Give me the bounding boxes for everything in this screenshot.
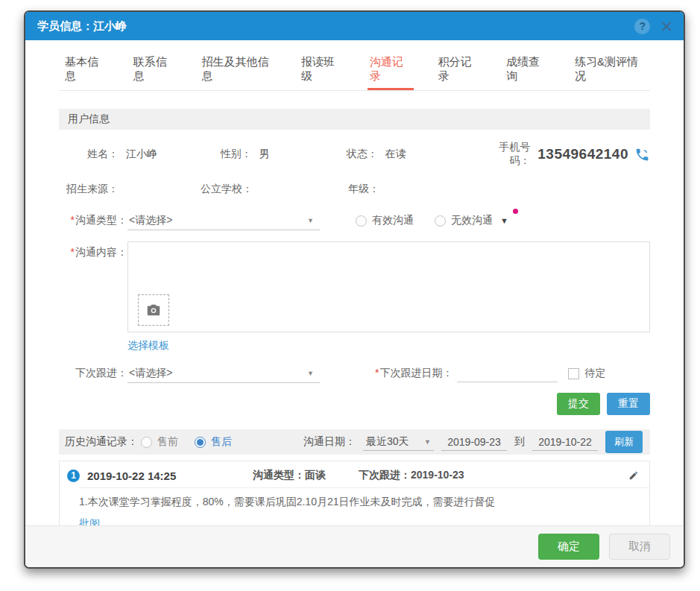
record-content: 1.本次课堂学习掌握程度，80%，需要课后巩固2.10月21日作业未及时完成，需…	[60, 488, 649, 510]
record-index-badge: 1	[67, 470, 80, 482]
followup-row: 下次跟进： <请选择> ▼ *下次跟进日期： 待定	[59, 364, 650, 383]
user-info-section-header: 用户信息	[59, 109, 650, 130]
status-value: 在读	[385, 148, 406, 161]
aftersale-radio-label[interactable]: 售后	[211, 435, 232, 449]
followup-select-value: <请选择>	[129, 367, 172, 380]
choose-template-link[interactable]: 选择模板	[127, 339, 169, 353]
invalid-comm-radio-label[interactable]: 无效沟通	[451, 214, 493, 227]
camera-icon	[145, 302, 162, 318]
record-header: 1 2019-10-22 14:25 沟通类型：面谈 下次跟进：2019-10-…	[60, 461, 649, 487]
phone-value: 13549642140	[537, 146, 628, 162]
presale-radio[interactable]: 售前	[141, 435, 178, 449]
tab-practice-evaluation[interactable]: 练习&测评情况	[573, 55, 646, 90]
record-datetime: 2019-10-22 14:25	[87, 470, 253, 482]
tab-communication-records[interactable]: 沟通记录	[368, 55, 414, 90]
history-record: 1 2019-10-22 14:25 沟通类型：面谈 下次跟进：2019-10-…	[59, 461, 650, 525]
tab-basic-info[interactable]: 基本信息	[63, 55, 109, 90]
tab-grades[interactable]: 成绩查询	[504, 55, 550, 90]
followup-label: 下次跟进：	[59, 367, 127, 380]
date-to-word: 到	[514, 435, 525, 449]
form-actions: 提交 重置	[59, 393, 650, 415]
valid-comm-radio-label[interactable]: 有效沟通	[372, 214, 414, 227]
grade-label: 年级：	[327, 183, 379, 196]
status-label: 状态：	[326, 148, 378, 161]
comm-content-textarea[interactable]	[127, 241, 650, 332]
invalid-comm-radio[interactable]: 无效沟通 ▼	[435, 214, 508, 227]
confirm-button[interactable]: 确定	[538, 534, 599, 560]
pending-checkbox-label[interactable]: 待定	[584, 367, 605, 380]
presale-radio-label[interactable]: 售前	[157, 435, 178, 449]
image-upload-button[interactable]	[138, 294, 169, 326]
tab-contact-info[interactable]: 联系信息	[131, 55, 177, 90]
comm-date-label: 沟通日期：	[303, 435, 356, 449]
history-label: 历史沟通记录：	[65, 435, 138, 449]
comm-content-row: *沟通内容：	[59, 241, 650, 332]
titlebar-icons: ? ✕	[634, 19, 673, 34]
aftersale-radio[interactable]: 售后	[195, 435, 232, 449]
gender-value: 男	[259, 148, 270, 161]
submit-button[interactable]: 提交	[557, 393, 600, 415]
notification-dot	[513, 209, 518, 214]
date-to-input[interactable]: 2019-10-22	[532, 433, 598, 451]
comm-type-select-value: <请选择>	[129, 214, 172, 227]
tab-bar: 基本信息 联系信息 招生及其他信息 报读班级 沟通记录 积分记录 成绩查询 练习…	[59, 55, 650, 91]
edit-pencil-icon[interactable]	[628, 470, 639, 481]
record-type: 沟通类型：面谈	[253, 469, 326, 482]
user-info-row-2: 招生来源： 公立学校： 年级：	[59, 183, 650, 196]
date-range-value: 最近30天	[366, 435, 409, 449]
dialog-body: 基本信息 联系信息 招生及其他信息 报读班级 沟通记录 积分记录 成绩查询 练习…	[25, 40, 684, 525]
valid-comm-radio[interactable]: 有效沟通	[356, 214, 414, 227]
comm-type-row: *沟通类型： <请选择> ▼ 有效沟通 无效沟通 ▼	[59, 211, 650, 230]
valid-comm-radio-circle[interactable]	[356, 215, 367, 227]
name-label: 姓名：	[59, 148, 119, 161]
refresh-button[interactable]: 刷新	[605, 431, 643, 453]
presale-radio-circle[interactable]	[141, 437, 152, 448]
dialog-footer: 确定 取消	[25, 525, 684, 567]
help-icon[interactable]: ?	[634, 19, 650, 34]
phone-label: 手机号码：	[479, 141, 531, 168]
source-label: 招生来源：	[59, 183, 119, 196]
history-filter-bar: 历史沟通记录： 售前 售后 沟通日期： 最近30天 ▼ 2019-09-23 到	[59, 429, 650, 455]
gender-label: 性别：	[200, 148, 252, 161]
chevron-down-icon: ▼	[307, 370, 314, 377]
followup-date-label: *下次跟进日期：	[375, 367, 453, 380]
dialog-titlebar: 学员信息：江小峥 ? ✕	[25, 12, 684, 40]
reset-button[interactable]: 重置	[607, 393, 650, 415]
aftersale-radio-circle[interactable]	[195, 437, 206, 448]
followup-select[interactable]: <请选择> ▼	[127, 364, 320, 383]
comm-type-select[interactable]: <请选择> ▼	[127, 211, 320, 230]
call-phone-icon[interactable]	[634, 147, 650, 162]
chevron-down-icon: ▼	[307, 217, 314, 224]
tab-enrollment-info[interactable]: 招生及其他信息	[200, 55, 277, 90]
cancel-button[interactable]: 取消	[609, 534, 670, 560]
invalid-comm-caret-icon[interactable]: ▼	[500, 216, 508, 225]
pending-checkbox[interactable]	[568, 368, 579, 379]
school-label: 公立学校：	[201, 183, 253, 196]
followup-date-input[interactable]	[457, 364, 558, 382]
record-next-followup: 下次跟进：2019-10-23	[359, 469, 464, 482]
date-range-select[interactable]: 最近30天 ▼	[363, 433, 434, 451]
chevron-down-icon: ▼	[424, 438, 431, 446]
date-from-input[interactable]: 2019-09-23	[441, 433, 507, 451]
user-info-row-1: 姓名： 江小峥 性别： 男 状态： 在读 手机号码： 13549642140	[59, 141, 650, 168]
tab-points[interactable]: 积分记录	[436, 55, 482, 90]
student-info-dialog: 学员信息：江小峥 ? ✕ 基本信息 联系信息 招生及其他信息 报读班级 沟通记录…	[24, 10, 685, 569]
dialog-title: 学员信息：江小峥	[37, 19, 127, 34]
comm-type-label: *沟通类型：	[59, 214, 127, 227]
name-value: 江小峥	[126, 148, 157, 161]
close-icon[interactable]: ✕	[660, 19, 673, 34]
invalid-comm-radio-circle[interactable]	[435, 215, 446, 227]
comm-validity-radios: 有效沟通 无效沟通 ▼	[356, 214, 508, 227]
review-link[interactable]: 批阅	[79, 517, 100, 525]
section-title: 用户信息	[68, 113, 110, 126]
tab-classes[interactable]: 报读班级	[299, 55, 345, 90]
comm-content-label: *沟通内容：	[59, 246, 127, 259]
